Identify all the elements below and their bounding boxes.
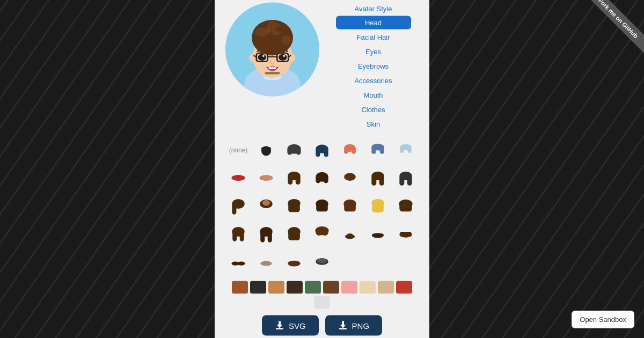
- hair-option-20[interactable]: [393, 193, 419, 219]
- hair-option-15[interactable]: [253, 193, 279, 219]
- hair-none[interactable]: (none): [225, 137, 251, 163]
- top-section: Avatar Style Head Facial Hair Eyes Eyebr…: [225, 3, 419, 131]
- svg-rect-47: [400, 146, 404, 153]
- hair-option-24[interactable]: [309, 221, 335, 247]
- svg-rect-48: [408, 146, 412, 153]
- svg-point-57: [344, 173, 356, 181]
- hair-option-13[interactable]: [393, 165, 419, 191]
- svg-point-13: [258, 54, 266, 61]
- github-ribbon-label: Fork me on GitHub: [583, 0, 644, 53]
- svg-point-98: [260, 261, 272, 266]
- svg-rect-44: [371, 146, 376, 153]
- swatch-brown[interactable]: [232, 281, 248, 294]
- hair-option-30[interactable]: [281, 249, 307, 275]
- svg-point-16: [283, 55, 286, 57]
- main-card: Avatar Style Head Facial Hair Eyes Eyebr…: [215, 0, 429, 338]
- svg-point-30: [266, 28, 271, 33]
- open-sandbox-button[interactable]: Open Sandbox: [572, 311, 634, 328]
- hair-option-11[interactable]: [337, 165, 363, 191]
- download-png-icon: [338, 321, 348, 330]
- hair-option-14[interactable]: [225, 193, 251, 219]
- hair-option-4[interactable]: [337, 137, 363, 163]
- hair-option-28[interactable]: [225, 249, 251, 275]
- swatch-pink[interactable]: [341, 281, 357, 294]
- hair-option-2[interactable]: [281, 137, 307, 163]
- svg-rect-62: [399, 175, 404, 186]
- svg-point-87: [316, 229, 323, 236]
- png-label: PNG: [352, 321, 370, 330]
- svg-rect-33: [261, 147, 271, 151]
- hair-option-26[interactable]: [365, 221, 391, 247]
- svg-rect-77: [399, 203, 412, 211]
- hair-option-8[interactable]: [253, 165, 279, 191]
- svg-point-15: [262, 55, 265, 57]
- swatch-red[interactable]: [396, 281, 412, 294]
- nav-item-head[interactable]: Head: [336, 16, 411, 30]
- hair-option-9[interactable]: [281, 165, 307, 191]
- hair-option-7[interactable]: [225, 165, 251, 191]
- hair-section: (none): [225, 137, 419, 275]
- hair-option-1[interactable]: [253, 137, 279, 163]
- avatar-container: [225, 3, 319, 97]
- svg-rect-93: [372, 234, 384, 237]
- export-svg-button[interactable]: SVG: [262, 315, 319, 336]
- hair-option-12[interactable]: [365, 165, 391, 191]
- hair-option-6[interactable]: [393, 137, 419, 163]
- hair-option-19[interactable]: [365, 193, 391, 219]
- svg-rect-59: [371, 175, 376, 186]
- svg-rect-85: [288, 231, 300, 240]
- swatch-medium-brown[interactable]: [323, 281, 339, 294]
- hair-option-23[interactable]: [281, 221, 307, 247]
- nav-item-facial-hair[interactable]: Facial Hair: [336, 31, 411, 44]
- swatch-dark-brown[interactable]: [287, 281, 303, 294]
- github-ribbon[interactable]: Fork me on GitHub: [580, 0, 644, 64]
- hair-option-21[interactable]: [225, 221, 251, 247]
- svg-rect-38: [316, 148, 320, 157]
- hair-option-3[interactable]: [309, 137, 335, 163]
- nav-item-skin[interactable]: Skin: [336, 117, 411, 131]
- nav-item-accessories[interactable]: Accessories: [336, 74, 411, 87]
- export-png-button[interactable]: PNG: [325, 315, 383, 336]
- hair-option-5[interactable]: [365, 137, 391, 163]
- hair-option-27[interactable]: [393, 221, 419, 247]
- svg-label: SVG: [289, 321, 306, 330]
- svg-rect-69: [288, 202, 300, 212]
- svg-rect-73: [344, 203, 356, 211]
- svg-rect-55: [316, 175, 320, 183]
- swatch-light-gray[interactable]: [314, 296, 330, 309]
- swatch-black[interactable]: [250, 281, 266, 294]
- svg-rect-52: [288, 175, 292, 185]
- hair-option-16[interactable]: [281, 193, 307, 219]
- bottom-buttons: SVG PNG: [225, 315, 419, 336]
- svg-rect-60: [379, 175, 384, 186]
- hair-option-29[interactable]: [253, 249, 279, 275]
- swatch-blonde[interactable]: [360, 281, 376, 294]
- hair-option-31[interactable]: [309, 249, 335, 275]
- svg-rect-91: [349, 234, 352, 238]
- hair-option-10[interactable]: [309, 165, 335, 191]
- hair-option-17[interactable]: [309, 193, 335, 219]
- svg-rect-53: [296, 175, 301, 185]
- svg-point-49: [231, 175, 245, 181]
- svg-rect-39: [324, 148, 328, 157]
- nav-title: Avatar Style: [355, 5, 392, 13]
- svg-point-88: [321, 229, 328, 236]
- hair-option-18[interactable]: [337, 193, 363, 219]
- svg-rect-56: [324, 175, 328, 183]
- swatch-light-brown[interactable]: [268, 281, 284, 294]
- svg-rect-42: [352, 147, 356, 154]
- svg-point-7: [289, 54, 295, 62]
- swatch-tan[interactable]: [378, 281, 394, 294]
- nav-item-mouth[interactable]: Mouth: [336, 89, 411, 102]
- nav-item-eyebrows[interactable]: Eyebrows: [336, 60, 411, 73]
- svg-point-6: [250, 54, 256, 62]
- nav-item-clothes[interactable]: Clothes: [336, 103, 411, 116]
- none-label: (none): [229, 137, 248, 163]
- hair-option-22[interactable]: [253, 221, 279, 247]
- nav-item-eyes[interactable]: Eyes: [336, 45, 411, 58]
- swatch-deep-brown[interactable]: [305, 281, 321, 294]
- svg-marker-106: [340, 325, 346, 328]
- svg-rect-79: [232, 231, 237, 241]
- svg-point-25: [282, 35, 291, 45]
- hair-option-25[interactable]: [337, 221, 363, 247]
